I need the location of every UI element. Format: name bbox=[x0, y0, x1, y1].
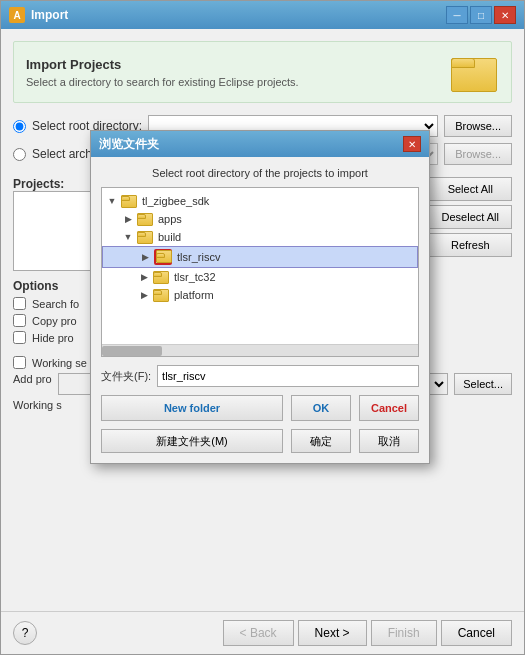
maximize-button[interactable]: □ bbox=[470, 6, 492, 24]
refresh-button[interactable]: Refresh bbox=[429, 233, 512, 257]
minimize-button[interactable]: ─ bbox=[446, 6, 468, 24]
new-folder-zh-button[interactable]: 新建文件夹(M) bbox=[101, 429, 283, 453]
tree-item-tlsr-riscv[interactable]: ▶ tlsr_riscv bbox=[102, 246, 418, 268]
filepath-label: 文件夹(F): bbox=[101, 369, 151, 384]
add-project-label: Add pro bbox=[13, 373, 52, 395]
folder-icon-build bbox=[137, 230, 153, 244]
cancel-zh-button[interactable]: 取消 bbox=[359, 429, 419, 453]
tree-label-build: build bbox=[158, 231, 181, 243]
header-text: Import Projects Select a directory to se… bbox=[26, 57, 441, 88]
root-directory-radio[interactable] bbox=[13, 120, 26, 133]
deselect-all-button[interactable]: Deselect All bbox=[429, 205, 512, 229]
tree-item-apps[interactable]: ▶ apps bbox=[102, 210, 418, 228]
back-button[interactable]: < Back bbox=[223, 620, 294, 646]
search-label: Search fo bbox=[32, 298, 79, 310]
bottom-bar: ? < Back Next > Finish Cancel bbox=[1, 611, 524, 654]
window-title: Import bbox=[31, 8, 440, 22]
next-button[interactable]: Next > bbox=[298, 620, 367, 646]
cancel-button[interactable]: Cancel bbox=[441, 620, 512, 646]
expand-icon-apps: ▶ bbox=[122, 213, 134, 225]
folder-icon-tl-zigbee-sdk bbox=[121, 194, 137, 208]
header-folder-icon bbox=[451, 52, 499, 92]
title-controls: ─ □ ✕ bbox=[446, 6, 516, 24]
help-button[interactable]: ? bbox=[13, 621, 37, 645]
scrollbar-thumb bbox=[102, 346, 162, 356]
new-folder-button[interactable]: New folder bbox=[101, 395, 283, 421]
dialog-english-buttons: New folder OK Cancel bbox=[101, 395, 419, 421]
tree-item-tl-zigbee-sdk[interactable]: ▼ tl_zigbee_sdk bbox=[102, 192, 418, 210]
tree-item-platform[interactable]: ▶ platform bbox=[102, 286, 418, 304]
header-section: Import Projects Select a directory to se… bbox=[13, 41, 512, 103]
tree-label-tlsr-tc32: tlsr_tc32 bbox=[174, 271, 216, 283]
tree-label-tlsr-riscv: tlsr_riscv bbox=[177, 251, 220, 263]
dialog-title: 浏览文件夹 bbox=[99, 136, 159, 153]
title-bar: A Import ─ □ ✕ bbox=[1, 1, 524, 29]
dialog-cancel-button[interactable]: Cancel bbox=[359, 395, 419, 421]
expand-icon-tlsr-riscv: ▶ bbox=[139, 251, 151, 263]
dialog-title-bar: 浏览文件夹 ✕ bbox=[91, 131, 429, 157]
filepath-row: 文件夹(F): bbox=[101, 365, 419, 387]
file-tree[interactable]: ▼ tl_zigbee_sdk ▶ apps ▼ bbox=[101, 187, 419, 357]
tree-container: ▼ tl_zigbee_sdk ▶ apps ▼ bbox=[102, 188, 418, 308]
folder-icon-tlsr-riscv bbox=[154, 249, 172, 265]
tree-label-tl-zigbee-sdk: tl_zigbee_sdk bbox=[142, 195, 209, 207]
right-buttons: Select All Deselect All Refresh bbox=[429, 177, 512, 257]
header-title: Import Projects bbox=[26, 57, 441, 72]
dialog-description: Select root directory of the projects to… bbox=[101, 167, 419, 179]
archive-file-radio[interactable] bbox=[13, 148, 26, 161]
dialog-chinese-buttons: 新建文件夹(M) 确定 取消 bbox=[101, 429, 419, 453]
search-checkbox[interactable] bbox=[13, 297, 26, 310]
filepath-input[interactable] bbox=[157, 365, 419, 387]
working-set-label: Working se bbox=[32, 357, 87, 369]
expand-icon-tlsr-tc32: ▶ bbox=[138, 271, 150, 283]
app-icon: A bbox=[9, 7, 25, 23]
tree-item-tlsr-tc32[interactable]: ▶ tlsr_tc32 bbox=[102, 268, 418, 286]
tree-label-apps: apps bbox=[158, 213, 182, 225]
folder-icon-tlsr-tc32 bbox=[153, 270, 169, 284]
finish-button[interactable]: Finish bbox=[371, 620, 437, 646]
browse-dialog: 浏览文件夹 ✕ Select root directory of the pro… bbox=[90, 130, 430, 464]
tree-label-platform: platform bbox=[174, 289, 214, 301]
browse-root-button[interactable]: Browse... bbox=[444, 115, 512, 137]
copy-label: Copy pro bbox=[32, 315, 77, 327]
select-button[interactable]: Select... bbox=[454, 373, 512, 395]
hide-label: Hide pro bbox=[32, 332, 74, 344]
expand-icon-platform: ▶ bbox=[138, 289, 150, 301]
working-set-checkbox[interactable] bbox=[13, 356, 26, 369]
tree-scrollbar-h[interactable] bbox=[102, 344, 418, 356]
dialog-ok-button[interactable]: OK bbox=[291, 395, 351, 421]
hide-checkbox[interactable] bbox=[13, 331, 26, 344]
close-button[interactable]: ✕ bbox=[494, 6, 516, 24]
expand-icon-tl-zigbee-sdk: ▼ bbox=[106, 195, 118, 207]
expand-icon-build: ▼ bbox=[122, 231, 134, 243]
dialog-content: Select root directory of the projects to… bbox=[91, 157, 429, 463]
select-all-button[interactable]: Select All bbox=[429, 177, 512, 201]
folder-icon-platform bbox=[153, 288, 169, 302]
ok-zh-button[interactable]: 确定 bbox=[291, 429, 351, 453]
tree-item-build[interactable]: ▼ build bbox=[102, 228, 418, 246]
copy-checkbox[interactable] bbox=[13, 314, 26, 327]
folder-icon-apps bbox=[137, 212, 153, 226]
header-subtitle: Select a directory to search for existin… bbox=[26, 76, 441, 88]
browse-archive-button[interactable]: Browse... bbox=[444, 143, 512, 165]
dialog-close-button[interactable]: ✕ bbox=[403, 136, 421, 152]
